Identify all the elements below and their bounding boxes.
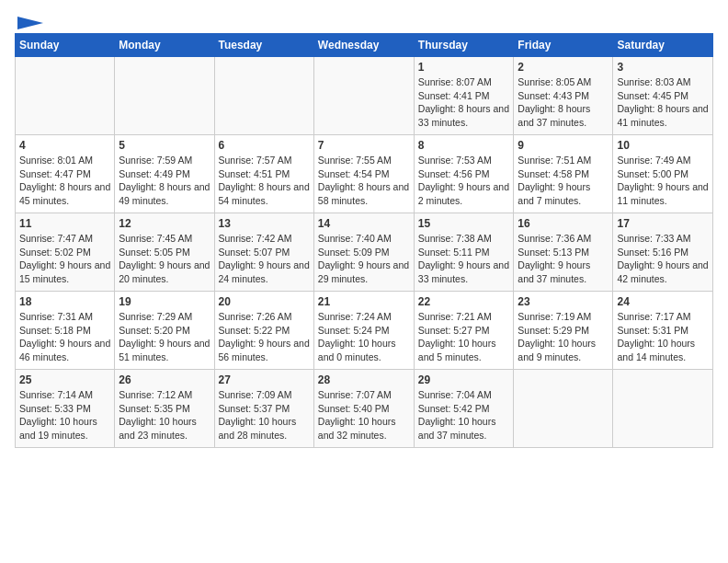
- calendar-cell: 26Sunrise: 7:12 AM Sunset: 5:35 PM Dayli…: [115, 370, 214, 448]
- calendar-cell: 21Sunrise: 7:24 AM Sunset: 5:24 PM Dayli…: [313, 292, 414, 370]
- day-number: 26: [119, 373, 210, 386]
- cell-content: Sunrise: 7:36 AM Sunset: 5:13 PM Dayligh…: [518, 232, 609, 286]
- calendar-cell: 22Sunrise: 7:21 AM Sunset: 5:27 PM Dayli…: [414, 292, 514, 370]
- header-cell-tuesday: Tuesday: [214, 34, 313, 57]
- day-number: 25: [19, 373, 110, 386]
- day-number: 3: [617, 61, 709, 74]
- cell-content: Sunrise: 7:49 AM Sunset: 5:00 PM Dayligh…: [617, 154, 709, 208]
- calendar-cell: 19Sunrise: 7:29 AM Sunset: 5:20 PM Dayli…: [115, 292, 214, 370]
- calendar-cell: 10Sunrise: 7:49 AM Sunset: 5:00 PM Dayli…: [613, 135, 713, 213]
- day-number: 23: [518, 295, 609, 308]
- day-number: 21: [318, 295, 410, 308]
- day-number: 1: [418, 61, 510, 74]
- cell-content: Sunrise: 7:07 AM Sunset: 5:40 PM Dayligh…: [318, 388, 410, 442]
- calendar-cell: 16Sunrise: 7:36 AM Sunset: 5:13 PM Dayli…: [514, 213, 613, 292]
- day-number: 18: [19, 295, 110, 308]
- cell-content: Sunrise: 7:33 AM Sunset: 5:16 PM Dayligh…: [617, 232, 709, 286]
- svg-marker-0: [17, 17, 43, 29]
- cell-content: Sunrise: 7:14 AM Sunset: 5:33 PM Dayligh…: [19, 388, 110, 442]
- day-number: 29: [418, 373, 510, 386]
- cell-content: Sunrise: 7:55 AM Sunset: 4:54 PM Dayligh…: [318, 154, 410, 208]
- day-number: 2: [518, 61, 609, 74]
- calendar-cell: 20Sunrise: 7:26 AM Sunset: 5:22 PM Dayli…: [214, 292, 313, 370]
- day-number: 4: [19, 139, 110, 152]
- logo-icon: [17, 17, 44, 29]
- week-row-2: 4Sunrise: 8:01 AM Sunset: 4:47 PM Daylig…: [16, 135, 713, 213]
- header-cell-friday: Friday: [514, 34, 613, 57]
- day-number: 28: [318, 373, 410, 386]
- day-number: 20: [219, 295, 310, 308]
- calendar-cell: 11Sunrise: 7:47 AM Sunset: 5:02 PM Dayli…: [16, 213, 115, 292]
- cell-content: Sunrise: 7:53 AM Sunset: 4:56 PM Dayligh…: [418, 154, 510, 208]
- day-number: 11: [19, 217, 110, 230]
- day-number: 13: [219, 217, 310, 230]
- logo: [15, 15, 44, 26]
- week-row-3: 11Sunrise: 7:47 AM Sunset: 5:02 PM Dayli…: [16, 213, 713, 292]
- day-number: 5: [119, 139, 210, 152]
- calendar-cell: 29Sunrise: 7:04 AM Sunset: 5:42 PM Dayli…: [414, 370, 514, 448]
- calendar-cell: 23Sunrise: 7:19 AM Sunset: 5:29 PM Dayli…: [514, 292, 613, 370]
- cell-content: Sunrise: 8:03 AM Sunset: 4:45 PM Dayligh…: [617, 75, 709, 130]
- header-cell-saturday: Saturday: [613, 34, 713, 57]
- calendar-cell: [313, 57, 414, 135]
- cell-content: Sunrise: 7:09 AM Sunset: 5:37 PM Dayligh…: [219, 388, 310, 442]
- calendar-cell: 6Sunrise: 7:57 AM Sunset: 4:51 PM Daylig…: [214, 135, 313, 213]
- calendar-cell: 27Sunrise: 7:09 AM Sunset: 5:37 PM Dayli…: [214, 370, 313, 448]
- calendar-cell: 13Sunrise: 7:42 AM Sunset: 5:07 PM Dayli…: [214, 213, 313, 292]
- day-number: 27: [219, 373, 310, 386]
- cell-content: Sunrise: 7:38 AM Sunset: 5:11 PM Dayligh…: [418, 232, 510, 286]
- calendar-cell: 1Sunrise: 8:07 AM Sunset: 4:41 PM Daylig…: [414, 57, 514, 135]
- calendar-cell: [214, 57, 313, 135]
- cell-content: Sunrise: 7:51 AM Sunset: 4:58 PM Dayligh…: [518, 154, 609, 208]
- header-cell-sunday: Sunday: [16, 34, 115, 57]
- calendar-cell: 25Sunrise: 7:14 AM Sunset: 5:33 PM Dayli…: [16, 370, 115, 448]
- day-number: 17: [617, 217, 709, 230]
- cell-content: Sunrise: 7:17 AM Sunset: 5:31 PM Dayligh…: [617, 310, 709, 364]
- cell-content: Sunrise: 8:01 AM Sunset: 4:47 PM Dayligh…: [19, 154, 110, 208]
- calendar-cell: 15Sunrise: 7:38 AM Sunset: 5:11 PM Dayli…: [414, 213, 514, 292]
- calendar-cell: 9Sunrise: 7:51 AM Sunset: 4:58 PM Daylig…: [514, 135, 613, 213]
- header: [15, 15, 713, 26]
- day-number: 9: [518, 139, 609, 152]
- calendar-cell: [115, 57, 214, 135]
- day-number: 19: [119, 295, 210, 308]
- cell-content: Sunrise: 8:07 AM Sunset: 4:41 PM Dayligh…: [418, 75, 510, 130]
- calendar-cell: 12Sunrise: 7:45 AM Sunset: 5:05 PM Dayli…: [115, 213, 214, 292]
- calendar-cell: 14Sunrise: 7:40 AM Sunset: 5:09 PM Dayli…: [313, 213, 414, 292]
- calendar-cell: 8Sunrise: 7:53 AM Sunset: 4:56 PM Daylig…: [414, 135, 514, 213]
- day-number: 16: [518, 217, 609, 230]
- day-number: 6: [219, 139, 310, 152]
- cell-content: Sunrise: 7:31 AM Sunset: 5:18 PM Dayligh…: [19, 310, 110, 364]
- calendar-cell: 7Sunrise: 7:55 AM Sunset: 4:54 PM Daylig…: [313, 135, 414, 213]
- calendar-table: SundayMondayTuesdayWednesdayThursdayFrid…: [15, 33, 713, 448]
- cell-content: Sunrise: 7:40 AM Sunset: 5:09 PM Dayligh…: [318, 232, 410, 286]
- header-row: SundayMondayTuesdayWednesdayThursdayFrid…: [16, 34, 713, 57]
- cell-content: Sunrise: 8:05 AM Sunset: 4:43 PM Dayligh…: [518, 75, 609, 130]
- cell-content: Sunrise: 7:42 AM Sunset: 5:07 PM Dayligh…: [219, 232, 310, 286]
- calendar-cell: 24Sunrise: 7:17 AM Sunset: 5:31 PM Dayli…: [613, 292, 713, 370]
- week-row-5: 25Sunrise: 7:14 AM Sunset: 5:33 PM Dayli…: [16, 370, 713, 448]
- cell-content: Sunrise: 7:21 AM Sunset: 5:27 PM Dayligh…: [418, 310, 510, 364]
- cell-content: Sunrise: 7:12 AM Sunset: 5:35 PM Dayligh…: [119, 388, 210, 442]
- cell-content: Sunrise: 7:57 AM Sunset: 4:51 PM Dayligh…: [219, 154, 310, 208]
- cell-content: Sunrise: 7:59 AM Sunset: 4:49 PM Dayligh…: [119, 154, 210, 208]
- day-number: 8: [418, 139, 510, 152]
- day-number: 7: [318, 139, 410, 152]
- calendar-cell: 5Sunrise: 7:59 AM Sunset: 4:49 PM Daylig…: [115, 135, 214, 213]
- day-number: 15: [418, 217, 510, 230]
- week-row-1: 1Sunrise: 8:07 AM Sunset: 4:41 PM Daylig…: [16, 57, 713, 135]
- cell-content: Sunrise: 7:47 AM Sunset: 5:02 PM Dayligh…: [19, 232, 110, 286]
- calendar-cell: 18Sunrise: 7:31 AM Sunset: 5:18 PM Dayli…: [16, 292, 115, 370]
- header-cell-thursday: Thursday: [414, 34, 514, 57]
- header-cell-monday: Monday: [115, 34, 214, 57]
- calendar-cell: 17Sunrise: 7:33 AM Sunset: 5:16 PM Dayli…: [613, 213, 713, 292]
- day-number: 22: [418, 295, 510, 308]
- calendar-cell: [613, 370, 713, 448]
- day-number: 10: [617, 139, 709, 152]
- day-number: 24: [617, 295, 709, 308]
- cell-content: Sunrise: 7:29 AM Sunset: 5:20 PM Dayligh…: [119, 310, 210, 364]
- calendar-header: SundayMondayTuesdayWednesdayThursdayFrid…: [16, 34, 713, 57]
- calendar-cell: 2Sunrise: 8:05 AM Sunset: 4:43 PM Daylig…: [514, 57, 613, 135]
- calendar-cell: 4Sunrise: 8:01 AM Sunset: 4:47 PM Daylig…: [16, 135, 115, 213]
- calendar-body: 1Sunrise: 8:07 AM Sunset: 4:41 PM Daylig…: [16, 57, 713, 448]
